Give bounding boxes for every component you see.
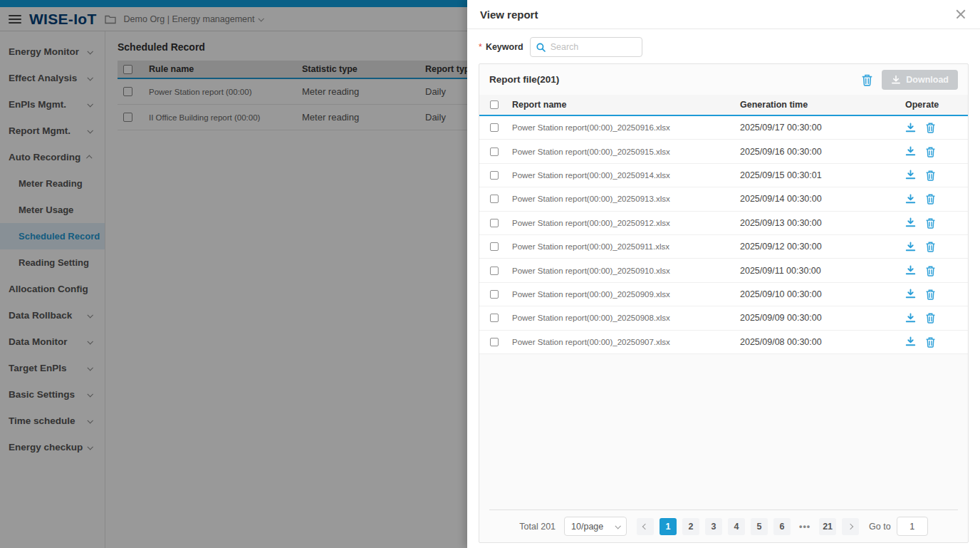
generation-time-cell: 2025/09/14 00:30:00 [740, 194, 905, 204]
report-row: Power Station report(00:00)_20250916.xls… [479, 116, 968, 140]
report-name-cell: Power Station report(00:00)_20250911.xls… [512, 242, 740, 251]
report-name-cell: Power Station report(00:00)_20250907.xls… [512, 338, 740, 346]
report-row: Power Station report(00:00)_20250907.xls… [479, 331, 968, 354]
delete-selected-icon[interactable] [861, 73, 873, 86]
download-icon[interactable] [905, 313, 916, 324]
search-box [530, 37, 642, 57]
chevron-down-icon [615, 523, 621, 529]
column-header-operate: Operate [905, 100, 968, 110]
drawer-title: View report [480, 9, 538, 21]
download-icon[interactable] [905, 123, 916, 133]
report-name-cell: Power Station report(00:00)_20250908.xls… [512, 314, 740, 322]
pagination: Total 201 10/page 1 2 3 4 5 6 ••• 21 Go … [479, 510, 968, 542]
download-icon[interactable] [905, 170, 916, 180]
column-header-generation-time: Generation time [740, 100, 905, 110]
select-all-checkbox[interactable] [490, 100, 499, 109]
download-button-label: Download [906, 75, 949, 85]
report-name-cell: Power Station report(00:00)_20250915.xls… [512, 148, 740, 156]
page-button-3[interactable]: 3 [705, 518, 722, 535]
row-checkbox[interactable] [490, 242, 499, 251]
delete-icon[interactable] [925, 146, 936, 157]
report-table-body: Power Station report(00:00)_20250916.xls… [479, 116, 968, 510]
report-row: Power Station report(00:00)_20250909.xls… [479, 283, 968, 306]
row-checkbox[interactable] [490, 219, 499, 227]
view-report-drawer: View report * Keyword Report file(201) [467, 0, 980, 548]
row-checkbox[interactable] [490, 171, 499, 180]
more-pages-ellipsis[interactable]: ••• [796, 518, 813, 535]
download-icon[interactable] [905, 217, 916, 228]
drawer-overlay[interactable] [0, 0, 467, 548]
report-name-cell: Power Station report(00:00)_20250912.xls… [512, 219, 740, 227]
search-icon [536, 43, 546, 52]
required-mark: * [479, 42, 482, 52]
row-checkbox[interactable] [490, 148, 499, 156]
keyword-label: Keyword [486, 42, 523, 52]
goto-page-input[interactable] [897, 517, 928, 536]
row-checkbox[interactable] [490, 123, 499, 132]
page-button-6[interactable]: 6 [773, 518, 791, 535]
drawer-header: View report [467, 0, 980, 29]
row-checkbox[interactable] [490, 314, 499, 322]
download-icon[interactable] [905, 289, 916, 299]
report-row: Power Station report(00:00)_20250912.xls… [479, 212, 968, 235]
row-checkbox[interactable] [490, 338, 499, 346]
report-name-cell: Power Station report(00:00)_20250916.xls… [512, 123, 740, 132]
delete-icon[interactable] [925, 336, 936, 348]
delete-icon[interactable] [925, 312, 936, 324]
generation-time-cell: 2025/09/10 00:30:00 [740, 289, 905, 299]
report-name-cell: Power Station report(00:00)_20250913.xls… [512, 195, 740, 203]
report-name-cell: Power Station report(00:00)_20250914.xls… [512, 171, 740, 180]
download-icon[interactable] [905, 336, 916, 347]
report-row: Power Station report(00:00)_20250913.xls… [479, 187, 968, 211]
generation-time-cell: 2025/09/15 00:30:01 [740, 170, 905, 180]
report-row: Power Station report(00:00)_20250914.xls… [479, 164, 968, 187]
download-icon[interactable] [905, 265, 916, 276]
keyword-filter-row: * Keyword [467, 29, 980, 63]
generation-time-cell: 2025/09/17 00:30:00 [740, 123, 905, 133]
report-row: Power Station report(00:00)_20250915.xls… [479, 140, 968, 163]
next-page-button[interactable] [842, 518, 859, 535]
row-checkbox[interactable] [490, 290, 499, 299]
download-button[interactable]: Download [882, 70, 958, 90]
delete-icon[interactable] [925, 265, 936, 276]
delete-icon[interactable] [925, 217, 936, 229]
page-size-value: 10/page [571, 522, 603, 532]
report-table-header: Report name Generation time Operate [479, 95, 968, 116]
page-size-select[interactable]: 10/page [564, 517, 627, 536]
download-icon[interactable] [905, 242, 916, 252]
generation-time-cell: 2025/09/12 00:30:00 [740, 242, 905, 252]
column-header-report-name: Report name [512, 100, 740, 110]
report-name-cell: Power Station report(00:00)_20250909.xls… [512, 290, 740, 299]
page-button-21[interactable]: 21 [819, 518, 836, 535]
page-button-2[interactable]: 2 [682, 518, 699, 535]
delete-icon[interactable] [925, 241, 936, 252]
prev-page-button[interactable] [637, 518, 654, 535]
delete-icon[interactable] [925, 289, 936, 300]
generation-time-cell: 2025/09/09 00:30:00 [740, 313, 905, 323]
report-row: Power Station report(00:00)_20250908.xls… [479, 306, 968, 330]
row-checkbox[interactable] [490, 267, 499, 275]
report-row: Power Station report(00:00)_20250910.xls… [479, 259, 968, 282]
generation-time-cell: 2025/09/11 00:30:00 [740, 266, 905, 276]
total-count-label: Total 201 [519, 522, 556, 532]
chevron-left-icon [642, 523, 648, 529]
delete-icon[interactable] [925, 122, 936, 133]
report-name-cell: Power Station report(00:00)_20250910.xls… [512, 267, 740, 275]
chevron-right-icon [848, 523, 853, 529]
download-icon[interactable] [905, 146, 916, 157]
report-file-count-title: Report file(201) [489, 74, 559, 85]
page-button-1[interactable]: 1 [660, 518, 677, 535]
goto-label: Go to [869, 522, 891, 532]
report-file-panel-header: Report file(201) Download [479, 64, 968, 95]
delete-icon[interactable] [925, 193, 936, 205]
page-button-5[interactable]: 5 [751, 518, 768, 535]
page-button-4[interactable]: 4 [728, 518, 745, 535]
row-checkbox[interactable] [490, 195, 499, 203]
generation-time-cell: 2025/09/16 00:30:00 [740, 147, 905, 157]
report-row: Power Station report(00:00)_20250911.xls… [479, 235, 968, 259]
close-icon[interactable] [954, 8, 967, 21]
generation-time-cell: 2025/09/13 00:30:00 [740, 218, 905, 228]
delete-icon[interactable] [925, 170, 936, 181]
search-input[interactable] [551, 42, 636, 52]
download-icon[interactable] [905, 194, 916, 205]
